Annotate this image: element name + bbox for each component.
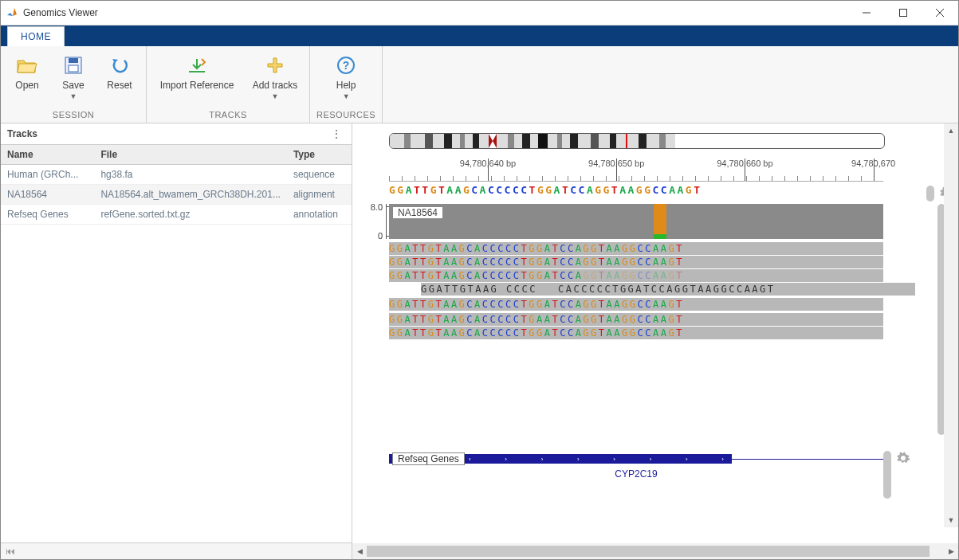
alignment-read[interactable]: GGATTGTAAGCACCCCCTGGATCCAGGTAAGGCCAAGT [389, 327, 883, 339]
save-button[interactable]: Save ▼ [53, 49, 93, 110]
scroll-up-icon[interactable]: ▲ [944, 123, 958, 138]
alignment-read[interactable]: GGATTGTAAGCACCCCCTGAATCCAGGTAAGGCCAAGT [389, 313, 883, 326]
toolstrip-tabs: HOME [1, 25, 958, 46]
maximize-button[interactable] [885, 1, 922, 25]
undo-icon [110, 56, 129, 75]
alignment-read[interactable]: GGATTGTAAGCACCCCCTGGATCCAGGTAAGGCCAAGT [389, 242, 883, 255]
gene-name-label: CYP2C19 [389, 468, 883, 480]
refseq-genes-track[interactable]: ›››››››› Refseq Genes CYP2C19 [389, 451, 883, 483]
tracks-table: Name File Type Human (GRCh...hg38.fasequ… [1, 145, 352, 225]
sequence-track-scrollbar[interactable] [926, 186, 934, 202]
minimize-button[interactable] [848, 1, 885, 25]
refseq-track-settings[interactable] [896, 451, 910, 468]
alignment-read[interactable]: GGATTGTAAG CCCCCACCCCCTGGATCCAGGTAAGGCCA… [421, 283, 915, 296]
window-title: Genomics Viewer [23, 7, 848, 18]
save-icon [64, 56, 83, 75]
scrollbar-thumb[interactable] [367, 546, 930, 557]
horizontal-scrollbar[interactable]: ◀ ▶ [352, 543, 958, 559]
plus-icon [265, 56, 285, 75]
coverage-mismatch-bar [654, 234, 666, 239]
alignment-read[interactable]: GGATTGTAAGCACCCCCTGGATCCAGGTAAGGCCAAGT [389, 269, 883, 282]
reset-button[interactable]: Reset [100, 49, 140, 110]
help-button[interactable]: ? Help ▼ [326, 49, 366, 110]
svg-rect-1 [900, 10, 907, 17]
coverage-yaxis: 8.0 0 [357, 204, 387, 239]
refseq-track-scrollbar[interactable] [883, 451, 891, 499]
scroll-left-icon[interactable]: ◀ [352, 543, 367, 559]
coverage-track[interactable]: NA18564 [389, 204, 883, 239]
group-label-tracks: TRACKS [209, 110, 247, 121]
gear-icon [896, 451, 910, 465]
alignment-read[interactable]: GGATTGTAAGCACCCCCTGGATCCAGGTAAGGCCAAGT [389, 298, 883, 311]
table-row[interactable]: Refseq GenesrefGene.sorted.txt.gzannotat… [1, 205, 352, 225]
titlebar: Genomics Viewer [1, 1, 958, 25]
refseq-track-label: Refseq Genes [392, 452, 465, 465]
import-icon [186, 56, 208, 75]
svg-rect-5 [69, 58, 78, 63]
coverage-track-label: NA18564 [392, 206, 443, 219]
alignment-reads[interactable]: GGATTGTAAGCACCCCCTGGATCCAGGTAAGGCCAAGTGG… [389, 242, 883, 339]
table-row[interactable]: Human (GRCh...hg38.fasequence [1, 165, 352, 185]
tracks-panel: Tracks ⋮ Name File Type Human (GRCh...hg… [1, 123, 352, 559]
group-label-resources: RESOURCES [316, 110, 375, 121]
add-tracks-button[interactable]: Add tracks ▼ [247, 49, 303, 110]
folder-open-icon [16, 56, 38, 75]
tab-home[interactable]: HOME [7, 26, 65, 46]
group-label-session: SESSION [53, 110, 94, 121]
open-button[interactable]: Open [7, 49, 47, 110]
close-button[interactable] [922, 1, 958, 25]
chevron-down-icon: ▼ [272, 92, 279, 100]
table-row[interactable]: NA18564NA18564.alt_bwamem_GRCh38DH.201..… [1, 185, 352, 205]
ribbon: Open Save ▼ Reset SESSION Import Referen… [1, 46, 958, 123]
sidebar-footer: ⏮ [1, 542, 352, 559]
svg-rect-6 [69, 65, 78, 72]
scroll-down-icon[interactable]: ▼ [944, 513, 958, 527]
col-header-name[interactable]: Name [1, 145, 94, 165]
coordinate-ruler[interactable]: 94,780,640 bp94,780,650 bp94,780,660 bp9… [389, 159, 883, 182]
matlab-logo-icon [6, 6, 18, 19]
help-icon: ? [336, 56, 356, 75]
vertical-scrollbar[interactable]: ▲ ▼ [944, 123, 958, 527]
chevron-down-icon: ▼ [70, 92, 77, 100]
tracks-panel-title: Tracks [7, 128, 37, 139]
scroll-right-icon[interactable]: ▶ [944, 543, 958, 559]
chevron-down-icon: ▼ [343, 92, 350, 100]
genome-view: 94,780,640 bp94,780,650 bp94,780,660 bp9… [352, 123, 958, 559]
import-reference-button[interactable]: Import Reference [153, 49, 241, 110]
tracks-panel-menu[interactable]: ⋮ [328, 127, 345, 140]
reference-sequence: GGATTGTAAGCACCCCCTGGATCCAGGTAAGGCCAAGT [389, 182, 883, 198]
col-header-file[interactable]: File [94, 145, 286, 165]
first-page-icon[interactable]: ⏮ [6, 546, 15, 557]
col-header-type[interactable]: Type [287, 145, 352, 165]
alignment-read[interactable]: GGATTGTAAGCACCCCCTGGATCCAGGTAAGGCCAAGT [389, 256, 883, 268]
svg-text:?: ? [343, 59, 350, 72]
chromosome-ideogram[interactable] [389, 133, 885, 149]
